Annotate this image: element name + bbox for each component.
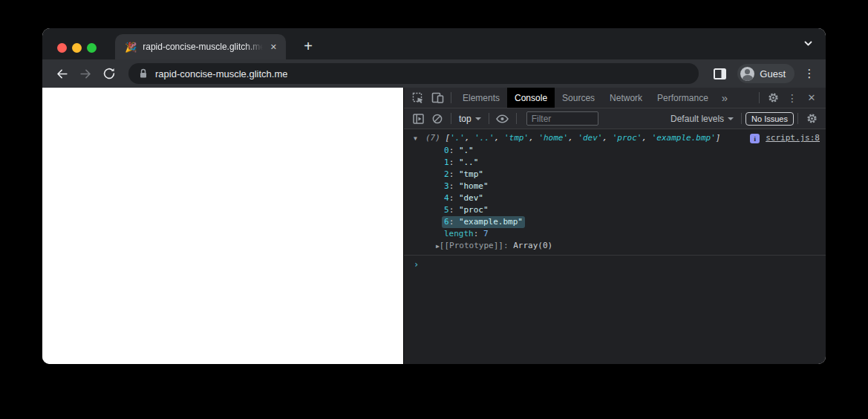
levels-selector[interactable]: Default levels <box>667 114 737 124</box>
array-entry-row[interactable]: 5: "proc" <box>414 204 820 216</box>
prototype-row[interactable]: ▶[[Prototype]]: Array(0) <box>414 240 820 253</box>
devtools-close-icon[interactable]: ✕ <box>802 89 821 107</box>
preview-string: 'tmp' <box>504 133 529 143</box>
browser-toolbar: rapid-concise-muscle.glitch.me Guest ⋮ <box>42 59 826 88</box>
devtools-tab-network[interactable]: Network <box>602 88 650 108</box>
inspect-element-icon[interactable] <box>408 89 428 107</box>
length-value: 7 <box>483 229 489 238</box>
devtools-tab-console[interactable]: Console <box>507 88 555 108</box>
lock-icon <box>139 68 148 79</box>
devtools-tab-elements[interactable]: Elements <box>455 88 507 108</box>
entry-value: ".." <box>459 157 479 167</box>
entry-colon: : <box>449 181 459 191</box>
devtools-tab-bar: ElementsConsoleSourcesNetworkPerformance… <box>404 88 826 108</box>
entry-colon: : <box>449 205 459 215</box>
window-controls <box>57 43 97 53</box>
clear-console-icon[interactable] <box>428 110 447 128</box>
highlighted-entry: 6: "example.bmp" <box>442 216 525 228</box>
console-settings-gear-icon[interactable] <box>802 110 821 128</box>
chevron-down-icon <box>728 117 734 120</box>
entry-content: 5: "proc" <box>444 205 489 215</box>
array-entry-row[interactable]: 4: "dev" <box>414 192 820 204</box>
levels-selector-label: Default levels <box>670 114 724 124</box>
device-toolbar-icon[interactable] <box>428 89 447 107</box>
entry-value: "." <box>459 146 474 155</box>
preview-string: 'home' <box>538 133 568 143</box>
entry-index: 2 <box>444 169 449 179</box>
entry-colon: : <box>449 169 459 179</box>
info-badge-icon[interactable]: i <box>750 134 760 143</box>
preview-punctuation: , <box>495 133 504 143</box>
console-output: ▼ (7) ['.', '..', 'tmp', 'home', 'dev', … <box>404 129 826 364</box>
collapse-arrow-icon[interactable]: ▼ <box>414 133 425 145</box>
preview-punctuation: , <box>642 133 652 143</box>
tab-strip: 🎉 rapid-concise-muscle.glitch.me ✕ + <box>42 28 826 59</box>
array-entry-row[interactable]: 0: "." <box>414 145 820 157</box>
avatar <box>740 67 754 81</box>
close-window-button[interactable] <box>57 43 67 53</box>
reload-button[interactable] <box>99 63 120 84</box>
address-bar[interactable]: rapid-concise-muscle.glitch.me <box>128 63 699 84</box>
entry-index: 1 <box>444 157 449 167</box>
back-button[interactable] <box>51 63 72 84</box>
entry-index: 6 <box>444 217 449 227</box>
maximize-window-button[interactable] <box>87 43 97 53</box>
tab-title: rapid-concise-muscle.glitch.me <box>143 42 263 52</box>
preview-punctuation: , <box>568 133 578 143</box>
length-row: length: 7 <box>414 228 820 240</box>
more-tabs-icon[interactable]: » <box>716 91 734 104</box>
devtools-tab-performance[interactable]: Performance <box>650 88 716 108</box>
array-preview: (7) ['.', '..', 'tmp', 'home', 'dev', 'p… <box>425 132 745 144</box>
preview-punctuation: ] <box>716 133 721 143</box>
live-expression-eye-icon[interactable] <box>493 110 512 128</box>
forward-button[interactable] <box>75 63 96 84</box>
entry-content: 4: "dev" <box>444 193 483 203</box>
preview-punctuation: , <box>465 133 474 143</box>
preview-string: '..' <box>474 133 495 143</box>
array-entry-row[interactable]: 2: "tmp" <box>414 169 820 181</box>
profile-button[interactable]: Guest <box>737 64 794 83</box>
source-link[interactable]: script.js:8 <box>766 132 820 144</box>
browser-tab[interactable]: 🎉 rapid-concise-muscle.glitch.me ✕ <box>115 34 286 59</box>
console-toolbar: top Default levels No <box>404 108 826 129</box>
filter-input[interactable] <box>526 111 599 126</box>
no-issues-badge[interactable]: No Issues <box>745 112 794 126</box>
browser-window: 🎉 rapid-concise-muscle.glitch.me ✕ + rap… <box>42 28 826 364</box>
url-text: rapid-concise-muscle.glitch.me <box>155 68 287 79</box>
console-sidebar-icon[interactable] <box>408 110 428 128</box>
entry-colon: : <box>449 217 459 227</box>
array-entry-row[interactable]: 3: "home" <box>414 181 820 192</box>
context-selector[interactable]: top <box>455 114 485 124</box>
entry-content: 0: "." <box>444 146 474 155</box>
console-message[interactable]: ▼ (7) ['.', '..', 'tmp', 'home', 'dev', … <box>404 129 826 256</box>
tab-search-chevron-icon[interactable] <box>803 38 814 49</box>
devtools-menu-icon[interactable]: ⋮ <box>783 89 802 107</box>
tab-close-icon[interactable]: ✕ <box>269 41 278 53</box>
tab-favicon-icon: 🎉 <box>125 42 137 52</box>
array-entry-row[interactable]: 1: ".." <box>414 157 820 169</box>
new-tab-button[interactable]: + <box>298 36 319 56</box>
prototype-key: [[Prototype]] <box>440 241 503 250</box>
window-content: ElementsConsoleSourcesNetworkPerformance… <box>42 88 826 364</box>
preview-punctuation: , <box>529 133 538 143</box>
devtools-tabs: ElementsConsoleSourcesNetworkPerformance <box>455 88 716 108</box>
array-entries: 0: "."1: ".."2: "tmp"3: "home"4: "dev"5:… <box>414 145 820 228</box>
page-viewport <box>42 88 403 364</box>
console-prompt[interactable]: › <box>404 256 826 270</box>
array-entry-row[interactable]: 6: "example.bmp" <box>414 216 820 228</box>
entry-content: 3: "home" <box>444 181 489 191</box>
entry-content: 2: "tmp" <box>444 169 483 179</box>
preview-punctuation: , <box>603 133 613 143</box>
preview-string: '.' <box>450 133 465 143</box>
browser-menu-icon[interactable]: ⋮ <box>802 67 817 80</box>
devtools-settings-gear-icon[interactable] <box>763 89 783 107</box>
side-panel-icon[interactable] <box>709 63 730 84</box>
entry-value: "example.bmp" <box>459 217 523 227</box>
minimize-window-button[interactable] <box>72 43 82 53</box>
chevron-down-icon <box>475 117 481 120</box>
entry-index: 4 <box>444 193 449 203</box>
prototype-value: Array(0) <box>513 241 552 250</box>
entry-value: "dev" <box>459 193 483 203</box>
entry-index: 5 <box>444 205 449 215</box>
devtools-tab-sources[interactable]: Sources <box>555 88 602 108</box>
